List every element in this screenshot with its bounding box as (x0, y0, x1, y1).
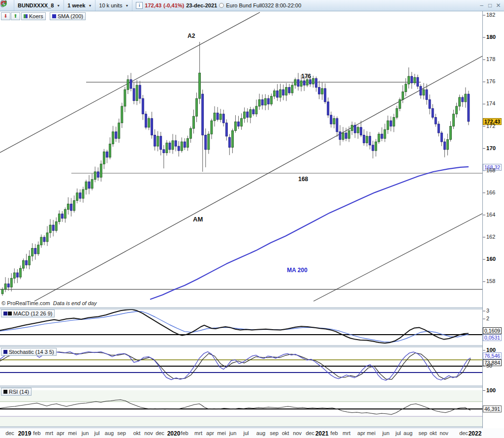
annotation-am: AM (193, 216, 203, 223)
year-label: 2022 (469, 430, 482, 437)
quote-date: 23-dec-2021 (186, 2, 217, 8)
price-tick: 158 (486, 278, 495, 284)
title-bar: BUNDXXXX_8 ▼ 1 week ▼ 10 k units ▼ i 172… (0, 0, 504, 11)
month-label: mrt (194, 430, 202, 436)
price-tick: 170 (486, 145, 496, 151)
price-change: (-0,41%) (163, 2, 184, 8)
month-label: sep (117, 430, 126, 436)
price-series-label: Koers (29, 13, 43, 19)
sma-overlay-label: SMA (200) (58, 13, 83, 19)
timeframe-selector[interactable]: 1 week ▼ (64, 0, 95, 11)
chevron-down-icon: ▼ (88, 4, 92, 7)
macd-label: MACD (12 26 9) (13, 311, 52, 316)
price-tick: 178 (486, 56, 495, 62)
month-label: jul (94, 430, 99, 436)
month-label: mrt (45, 430, 53, 436)
price-series-chip[interactable]: Koers (21, 12, 46, 20)
month-label: feb (181, 430, 188, 436)
month-label: apr (206, 430, 214, 436)
units-label: 10 k units (99, 2, 122, 8)
price-series-icon (24, 13, 28, 19)
stochastic-k-value-box: 76,546 (483, 352, 502, 359)
rsi-tick: 100 (486, 387, 496, 393)
chart-canvas[interactable] (0, 0, 504, 438)
month-label: feb (330, 430, 338, 436)
month-label: jun (229, 430, 237, 436)
month-label: aug (256, 430, 265, 436)
month-label: mei (367, 430, 376, 436)
buy-order-button[interactable]: ⬆ (11, 12, 20, 20)
month-label: dec (5, 430, 14, 436)
sma-overlay-chip[interactable]: SMA (200) (50, 12, 86, 20)
minimize-button[interactable]: – (477, 2, 486, 9)
stochastic-indicator-chip[interactable]: Stochastic (14 3 5) (1, 348, 57, 356)
chevron-down-icon: ▼ (125, 4, 128, 7)
link-icon[interactable] (7, 0, 14, 11)
month-label: aug (105, 430, 114, 436)
refresh-button[interactable] (471, 0, 477, 11)
price-tick: 162 (486, 234, 495, 240)
sell-order-button[interactable]: ⬇ (1, 12, 10, 20)
year-label: 2019 (18, 430, 32, 437)
month-label: feb (33, 430, 40, 436)
maximize-button[interactable]: □ (486, 2, 494, 9)
timeframe-label: 1 week (67, 2, 85, 8)
price-tick: 160 (486, 256, 496, 262)
macd-color-icon (3, 312, 7, 315)
stochastic-color-icon (3, 350, 7, 354)
price-tick: 176 (486, 78, 495, 84)
annotation-176: 176 (301, 73, 311, 80)
macd-indicator-chip[interactable]: MACD (12 26 9) (1, 310, 55, 317)
price-tick: 168 (486, 167, 495, 173)
price-tick: 174 (486, 100, 495, 106)
symbol-selector[interactable]: BUNDXXXX_8 ▼ (14, 0, 64, 11)
annotation-a2: A2 (188, 32, 195, 39)
data-note: Data is end of day (53, 300, 97, 306)
contract-label: Euro Bund Full0322 8:00-22:00 (226, 2, 301, 8)
month-label: okt (430, 430, 437, 436)
month-label: jul (243, 430, 249, 436)
price-tick: 180 (486, 34, 496, 40)
year-label: 2021 (315, 430, 329, 437)
rsi-color-icon (3, 390, 7, 394)
month-label: aug (404, 430, 412, 436)
month-label: apr (357, 430, 365, 436)
month-label: mrt (343, 430, 350, 436)
price-tick: 172 (486, 123, 495, 129)
month-label: apr (57, 430, 64, 436)
month-label: nov (440, 430, 448, 436)
info-icon[interactable]: i (136, 2, 143, 9)
month-label: jul (395, 430, 401, 436)
month-label: dec (306, 430, 315, 436)
close-button[interactable]: ✕ (494, 2, 503, 9)
macd-tick: 3 (486, 308, 489, 313)
month-label: jun (82, 430, 89, 436)
quote-info: i 172,43 (-0,41%) 23-dec-2021 Euro Bund … (132, 0, 305, 11)
rsi-label: RSI (14) (9, 389, 29, 395)
stochastic-label: Stochastic (14 3 5) (9, 349, 54, 355)
copyright-note: © ProRealTime.comData is end of day (1, 300, 96, 306)
rsi-indicator-chip[interactable]: RSI (14) (1, 388, 32, 396)
session-status-icon (219, 3, 224, 8)
macd-value-box: 0,1609 (483, 327, 502, 334)
month-label: sep (418, 430, 427, 436)
chevron-down-icon: ▼ (57, 4, 60, 7)
month-label: mei (68, 430, 77, 436)
month-label: nov (293, 430, 302, 436)
last-price: 172,43 (145, 2, 161, 8)
annotation-168: 168 (298, 176, 308, 183)
macd-signal-color-icon (8, 312, 12, 315)
month-label: dec (156, 430, 164, 436)
stochastic-tick: 100 (486, 347, 496, 353)
macd-tick: 2 (486, 315, 489, 321)
units-selector[interactable]: 10 k units ▼ (95, 0, 132, 11)
month-label: jun (382, 430, 390, 436)
month-label: sep (270, 430, 279, 436)
month-label: okt (282, 430, 289, 436)
price-tick: 166 (486, 189, 495, 195)
month-label: dec (459, 430, 468, 436)
trading-app-window: BUNDXXXX_8 ▼ 1 week ▼ 10 k units ▼ i 172… (0, 0, 504, 438)
refresh-icon (0, 0, 7, 7)
year-label: 2020 (167, 430, 181, 437)
rsi-value-box: 46,391 (483, 406, 502, 412)
